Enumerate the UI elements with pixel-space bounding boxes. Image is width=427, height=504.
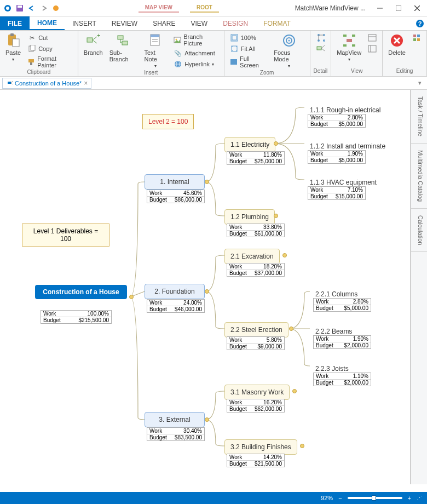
undo-icon[interactable] [27, 4, 36, 13]
app-title: MatchWare MindView ... [295, 4, 370, 12]
node-1-2[interactable]: 1.2 Plumbing [224, 209, 275, 225]
zoom-slider[interactable] [348, 497, 402, 499]
node-3-2[interactable]: 3.2 Building Finishes [224, 439, 297, 455]
node-3[interactable]: 3. External [145, 412, 205, 427]
attachment-button[interactable]: 📎Attachment [171, 48, 221, 58]
branch-picture-button[interactable]: Branch Picture [171, 33, 221, 47]
node-2-info: Work24.00% Budget$46,000.00 [147, 299, 205, 313]
callout-level1[interactable]: Level 1 Deliverables = 100 [22, 224, 109, 247]
zoom-100-label: 100% [241, 35, 256, 41]
side-tab-task[interactable]: Task / Timeline [411, 90, 427, 144]
expand-dot[interactable] [205, 417, 209, 422]
expand-dot[interactable] [129, 295, 134, 299]
node-3-1[interactable]: 3.1 Masonry Work [224, 385, 290, 400]
text-note-button[interactable]: Text Note▾ [142, 32, 170, 70]
svg-line-69 [11, 83, 13, 84]
tab-format[interactable]: FORMAT [256, 16, 298, 30]
tab-design[interactable]: DESIGN [215, 16, 256, 30]
focus-mode-button[interactable]: Focus Mode▾ [272, 32, 306, 70]
paste-button[interactable]: Paste▾ [3, 32, 23, 63]
mapview-button[interactable]: MapView▾ [334, 32, 363, 63]
cut-button[interactable]: ✂Cut [25, 33, 74, 43]
svg-rect-27 [151, 35, 159, 37]
quick-access-toolbar [0, 4, 64, 13]
copy-button[interactable]: Copy [25, 44, 74, 54]
node-2-2-2-info: Work1.90% Budget$2,000.00 [313, 335, 371, 349]
expand-dot[interactable] [300, 444, 304, 448]
hyperlink-button[interactable]: Hyperlink▾ [171, 59, 221, 69]
context-tab-mapview[interactable]: MAP VIEW [139, 3, 179, 13]
expand-dot[interactable] [205, 289, 209, 294]
edit-opt-icon [412, 33, 421, 42]
svg-line-68 [11, 81, 13, 83]
help-button[interactable]: ? [413, 16, 427, 30]
svg-line-20 [93, 40, 97, 43]
minimize-button[interactable] [371, 2, 389, 14]
document-tab-label: Construction of a House* [15, 80, 82, 87]
touch-mode-icon[interactable] [51, 4, 60, 13]
save-icon[interactable] [15, 4, 24, 13]
edit-option-button[interactable] [410, 33, 423, 43]
node-root[interactable]: Construction of a House [35, 285, 127, 299]
redo-icon[interactable] [39, 4, 48, 13]
side-panels: Task / Timeline Multimedia Catalog Calcu… [411, 90, 427, 484]
expand-dot[interactable] [292, 389, 297, 393]
sub-branch-button[interactable]: Sub-Branch [107, 32, 140, 64]
node-2-1[interactable]: 2.1 Excavation [224, 249, 280, 264]
svg-rect-17 [30, 62, 32, 65]
zoom-100-button[interactable]: 100% [228, 33, 270, 43]
expand-dot[interactable] [274, 141, 278, 146]
node-1-1[interactable]: 1.1 Electricity [224, 137, 275, 152]
expand-button[interactable] [314, 44, 327, 54]
context-tab-root[interactable]: ROOT [190, 3, 219, 13]
expand-dot[interactable] [289, 327, 293, 331]
branch-icon: + [85, 33, 101, 48]
delete-button[interactable]: Delete [386, 32, 408, 57]
group-detail: Detail [310, 31, 332, 76]
pin-icon[interactable]: ▾ [415, 79, 425, 87]
fit-all-button[interactable]: Fit All [228, 44, 270, 54]
mindmap-canvas[interactable]: Level 1 Deliverables = 100 Level 2 = 100… [0, 90, 405, 484]
side-tab-calculation[interactable]: Calculation [411, 209, 427, 252]
maximize-button[interactable] [390, 2, 407, 14]
document-tab[interactable]: Construction of a House* × [2, 78, 91, 89]
tab-insert[interactable]: INSERT [65, 16, 104, 30]
group-insert-label: Insert [82, 70, 221, 77]
zoom-out-button[interactable]: − [338, 495, 342, 501]
document-tab-close[interactable]: × [84, 79, 88, 87]
resize-grip-icon[interactable]: ⋰ [417, 495, 422, 502]
svg-line-50 [321, 48, 325, 51]
zoom-thumb[interactable] [372, 495, 376, 501]
view-option1-button[interactable] [366, 33, 379, 43]
svg-point-41 [288, 40, 290, 42]
node-2-2[interactable]: 2.2 Steel Erection [224, 322, 288, 337]
node-3-2-info: Work14.20% Budget$21,500.00 [227, 454, 285, 467]
expand-dot[interactable] [282, 253, 287, 257]
node-2[interactable]: 2. Foundation [145, 284, 205, 299]
branch-button[interactable]: +Branch [82, 32, 105, 57]
node-1[interactable]: 1. Internal [145, 174, 205, 190]
tab-review[interactable]: REVIEW [104, 16, 145, 30]
zoom-in-button[interactable]: + [408, 495, 411, 501]
close-button[interactable] [408, 2, 426, 14]
format-painter-button[interactable]: Format Painter [25, 55, 74, 69]
full-screen-button[interactable]: Full Screen [228, 55, 270, 69]
svg-rect-54 [343, 44, 347, 47]
node-2-1-info: Work18.20% Budget$37,000.00 [227, 263, 285, 277]
tab-home[interactable]: HOME [30, 16, 65, 30]
tab-share[interactable]: SHARE [145, 16, 183, 30]
svg-rect-15 [31, 45, 35, 50]
canvas-viewport[interactable]: Level 1 Deliverables = 100 Level 2 = 100… [0, 90, 411, 484]
detail-level-button[interactable] [314, 33, 327, 43]
tab-view[interactable]: VIEW [183, 16, 215, 30]
expand-dot[interactable] [205, 180, 209, 184]
side-tab-multimedia[interactable]: Multimedia Catalog [411, 144, 427, 209]
callout-level2[interactable]: Level 2 = 100 [142, 114, 194, 129]
focus-mode-icon [281, 33, 297, 48]
group-zoom-label: Zoom [228, 70, 307, 77]
statusbar: 92% − + ⋰ [0, 492, 427, 504]
view-option2-button[interactable] [366, 44, 379, 54]
svg-rect-22 [118, 36, 123, 39]
tab-file[interactable]: FILE [0, 16, 30, 30]
expand-dot[interactable] [274, 214, 278, 218]
